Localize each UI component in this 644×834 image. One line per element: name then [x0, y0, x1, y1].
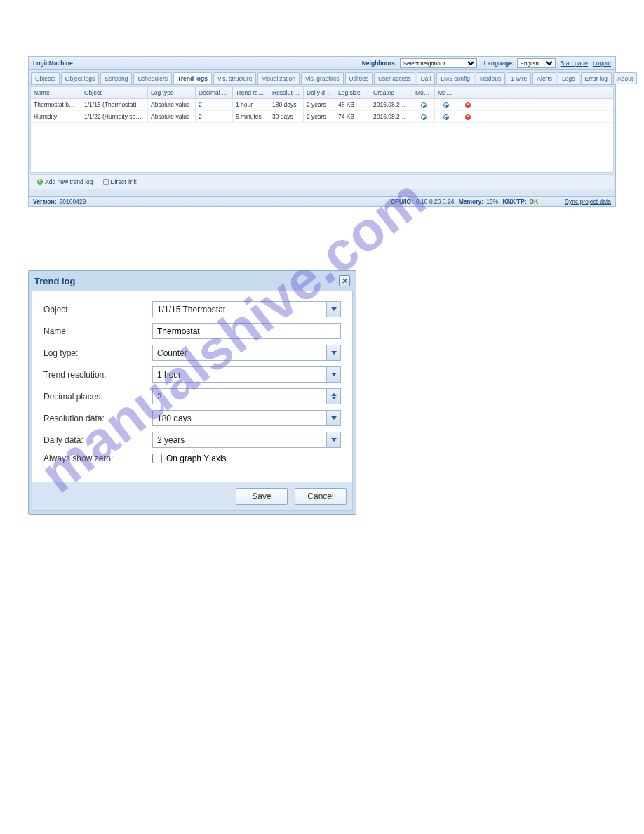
showzero-label: Always show zero: [43, 454, 152, 463]
language-select[interactable]: English [517, 58, 556, 68]
object-select[interactable]: 1/1/15 Thermostat [152, 301, 341, 317]
titlebar: LogicMachine Neighbours: Select neighbou… [29, 57, 615, 70]
chevron-down-icon [326, 367, 340, 382]
arrow-up-icon[interactable] [421, 102, 427, 108]
chevron-down-icon [326, 345, 340, 360]
trendres-label: Trend resolution: [43, 370, 152, 380]
col-moveup[interactable]: Move up [412, 87, 435, 98]
brand: LogicMachine [33, 60, 73, 67]
delete-icon[interactable] [465, 102, 471, 108]
arrow-down-icon[interactable] [443, 102, 449, 108]
name-input[interactable] [152, 323, 341, 339]
trendres-value: 1 hour [157, 370, 181, 380]
logtype-select[interactable]: Counter [152, 345, 341, 361]
knx-label: KNX/TP: [503, 198, 527, 205]
tab-1-wire[interactable]: 1-wire [507, 72, 531, 84]
decimalplaces-label: Decimal places: [43, 392, 152, 402]
col-created[interactable]: Created [370, 87, 412, 98]
col-delete [457, 91, 478, 95]
showzero-checkbox[interactable] [152, 454, 162, 463]
direct-link-label: Direct link [111, 178, 137, 185]
spinner-buttons-icon [326, 389, 340, 404]
tab-modbus[interactable]: Modbus [476, 72, 505, 84]
tab-scripting[interactable]: Scripting [100, 72, 132, 84]
mem-label: Memory: [459, 198, 483, 205]
dailydata-select[interactable]: 2 years [152, 432, 341, 448]
col-dailydata[interactable]: Daily data [304, 87, 335, 98]
col-movedown[interactable]: Move d... [435, 87, 457, 98]
object-value: 1/1/15 Thermostat [157, 305, 225, 315]
add-trend-label: Add new trend log [45, 178, 93, 185]
dailydata-label: Daily data: [43, 435, 152, 445]
decimalplaces-value: 2 [157, 392, 162, 402]
dialog-title: Trend log [34, 276, 76, 286]
tab-object-logs[interactable]: Object logs [61, 72, 100, 84]
col-resdata[interactable]: Resolution data [269, 87, 304, 98]
table-row[interactable]: Thermostat bedroom1/1/15 (Thermostat)Abs… [31, 99, 613, 111]
neighbours-select[interactable]: Select neighbour [400, 58, 477, 68]
object-label: Object: [43, 305, 152, 315]
knx-value: OK [530, 198, 539, 205]
tab-logs[interactable]: Logs [558, 72, 579, 84]
table-row[interactable]: Humidity1/1/22 (Humidity sensor)Absolute… [31, 111, 613, 123]
close-icon[interactable]: ✕ [339, 275, 350, 286]
tab-vis-graphics[interactable]: Vis. graphics [301, 72, 344, 84]
tab-vis-structure[interactable]: Vis. structure [213, 72, 256, 84]
trendres-select[interactable]: 1 hour [152, 366, 341, 383]
col-object[interactable]: Object [81, 87, 148, 98]
sync-project-link[interactable]: Sync project data [565, 198, 611, 205]
cpu-label: CPU/IO: [391, 198, 413, 205]
col-logtype[interactable]: Log type [148, 87, 196, 98]
tab-alerts[interactable]: Alerts [532, 72, 556, 84]
col-logsize[interactable]: Log size [335, 87, 370, 98]
logtype-label: Log type: [43, 348, 152, 358]
add-trend-button[interactable]: Add new trend log [34, 177, 97, 187]
main-app-window: LogicMachine Neighbours: Select neighbou… [28, 56, 616, 207]
decimalplaces-spinner[interactable]: 2 [152, 388, 341, 404]
tab-schedulers[interactable]: Schedulers [133, 72, 172, 84]
delete-icon[interactable] [465, 114, 471, 120]
tab-about[interactable]: About [613, 72, 637, 84]
resdata-select[interactable]: 180 days [152, 410, 341, 426]
name-label: Name: [43, 326, 152, 336]
tab-utilities[interactable]: Utilities [345, 72, 373, 84]
tab-error-log[interactable]: Error log [581, 72, 612, 84]
save-button[interactable]: Save [236, 488, 288, 505]
language-label: Language: [484, 60, 514, 67]
showzero-text: On graph Y axis [166, 454, 227, 463]
chevron-down-icon [326, 432, 340, 447]
tab-dali[interactable]: Dali [417, 72, 436, 84]
col-trendres[interactable]: Trend resolution [233, 87, 269, 98]
resdata-value: 180 days [157, 413, 192, 423]
col-name[interactable]: Name [31, 87, 81, 98]
dailydata-value: 2 years [157, 435, 185, 445]
resdata-label: Resolution data: [43, 413, 152, 423]
trend-log-grid: Name Object Log type Decimal places Tren… [30, 86, 614, 173]
tab-visualization[interactable]: Visualization [257, 72, 300, 84]
tab-lm5-config[interactable]: LM5 config [436, 72, 474, 84]
tabbar: ObjectsObject logsScriptingSchedulersTre… [29, 70, 615, 85]
tab-user-access[interactable]: User access [374, 72, 415, 84]
logtype-value: Counter [157, 348, 187, 358]
mem-value: 15%, [486, 198, 499, 205]
add-icon [37, 179, 43, 185]
arrow-up-icon[interactable] [421, 114, 427, 120]
version-label: Version: [33, 198, 57, 205]
statusbar: Version: 20160429 CPU/IO: 0.18 0.26 0.24… [29, 196, 615, 206]
chevron-down-icon [326, 302, 340, 317]
tab-objects[interactable]: Objects [31, 72, 60, 84]
bottom-toolbar: Add new trend log Direct link [30, 174, 614, 189]
tab-trend-logs[interactable]: Trend logs [173, 72, 212, 84]
dialog-body: Object: 1/1/15 Thermostat Name: Log type… [32, 291, 353, 482]
arrow-down-icon[interactable] [443, 114, 449, 120]
version-value: 20160429 [60, 198, 86, 205]
logout-link[interactable]: Logout [593, 60, 611, 67]
direct-link-button[interactable]: Direct link [100, 177, 140, 187]
dialog-footer: Save Cancel [32, 482, 353, 511]
cancel-button[interactable]: Cancel [295, 488, 347, 505]
grid-header: Name Object Log type Decimal places Tren… [31, 87, 613, 99]
neighbours-label: Neighbours: [362, 60, 397, 67]
start-page-link[interactable]: Start page [561, 60, 588, 67]
col-decimalplaces[interactable]: Decimal places [196, 87, 233, 98]
cpu-value: 0.18 0.26 0.24, [416, 198, 456, 205]
